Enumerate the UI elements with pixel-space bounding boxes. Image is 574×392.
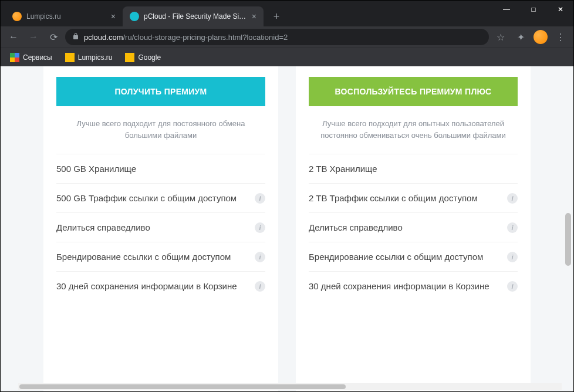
folder-icon <box>65 53 75 62</box>
info-icon[interactable]: i <box>507 222 518 233</box>
feature-row: Делиться справедливо i <box>309 212 518 242</box>
address-bar[interactable]: pcloud.com/ru/cloud-storage-pricing-plan… <box>65 29 489 45</box>
plan-subhead: Лучше всего подходит для постоянного обм… <box>56 118 265 154</box>
bookmark-star-icon[interactable]: ☆ <box>492 29 509 45</box>
close-window-button[interactable]: ✕ <box>547 0 574 19</box>
tab-title: pCloud - File Security Made Simp <box>144 12 247 21</box>
feature-text: 2 TB Траффик ссылки с общим доступом <box>309 192 501 204</box>
bookmark-label: Lumpics.ru <box>78 53 113 62</box>
feature-text: 30 дней сохранения информации в Корзине <box>309 280 501 292</box>
toolbar: ← → ⟳ pcloud.com/ru/cloud-storage-pricin… <box>1 26 573 48</box>
bookmark-label: Google <box>138 53 161 62</box>
feature-text: 30 дней сохранения информации в Корзине <box>56 280 249 292</box>
favicon-icon <box>12 12 22 21</box>
feature-row: Делиться справедливо i <box>56 212 265 242</box>
info-icon[interactable]: i <box>255 281 265 292</box>
feature-text: 500 GB Хранилище <box>56 163 265 175</box>
get-premium-button[interactable]: ПОЛУЧИТЬ ПРЕМИУМ <box>56 77 265 106</box>
info-icon[interactable]: i <box>507 193 518 204</box>
bookmark-lumpics[interactable]: Lumpics.ru <box>60 50 117 65</box>
info-icon[interactable]: i <box>507 281 518 292</box>
info-icon[interactable]: i <box>507 252 518 262</box>
scroll-thumb[interactable] <box>565 213 571 266</box>
bookmark-label: Сервисы <box>23 53 52 62</box>
folder-icon <box>125 53 134 62</box>
titlebar <box>1 1 573 5</box>
feature-row: Брендирование ссылки с общим доступом i <box>56 242 265 271</box>
scroll-thumb[interactable] <box>19 384 346 389</box>
minimize-button[interactable]: — <box>493 0 520 19</box>
feature-text: 2 TB Хранилище <box>309 163 518 175</box>
feature-row: 2 TB Траффик ссылки с общим доступом i <box>309 183 518 212</box>
close-tab-icon[interactable]: × <box>252 12 256 21</box>
lock-icon <box>72 33 79 42</box>
feature-text: 500 GB Траффик ссылки с общим доступом <box>56 192 249 204</box>
pricing-card-premium: ПОЛУЧИТЬ ПРЕМИУМ Лучше всего подходит дл… <box>43 66 278 391</box>
tab-strip: Lumpics.ru × pCloud - File Security Made… <box>1 5 573 26</box>
back-button[interactable]: ← <box>5 29 22 45</box>
feature-text: Делиться справедливо <box>56 221 249 234</box>
favicon-icon <box>130 12 139 21</box>
tab-title: Lumpics.ru <box>26 12 106 21</box>
maximize-button[interactable]: □ <box>520 0 547 19</box>
extensions-icon[interactable]: ✦ <box>512 29 529 45</box>
bookmarks-bar: Сервисы Lumpics.ru Google <box>1 48 573 66</box>
pricing-card-premium-plus: ВОСПОЛЬЗУЙТЕСЬ ПРЕМИУМ ПЛЮС Лучше всего … <box>296 66 531 391</box>
page-content: ПОЛУЧИТЬ ПРЕМИУМ Лучше всего подходит дл… <box>1 66 573 391</box>
bookmark-services[interactable]: Сервисы <box>5 50 57 65</box>
info-icon[interactable]: i <box>255 222 265 233</box>
bookmark-google[interactable]: Google <box>120 50 166 65</box>
feature-row: Брендирование ссылки с общим доступом i <box>309 242 518 271</box>
window-controls: — □ ✕ <box>493 0 574 19</box>
horizontal-scrollbar[interactable] <box>18 383 562 390</box>
info-icon[interactable]: i <box>255 252 265 262</box>
reload-button[interactable]: ⟳ <box>45 29 62 45</box>
feature-row: 2 TB Хранилище <box>309 154 518 183</box>
get-premium-plus-button[interactable]: ВОСПОЛЬЗУЙТЕСЬ ПРЕМИУМ ПЛЮС <box>309 77 518 106</box>
close-tab-icon[interactable]: × <box>111 12 116 21</box>
feature-row: 500 GB Хранилище <box>56 154 265 183</box>
feature-row: 30 дней сохранения информации в Корзине … <box>56 271 265 300</box>
tab-lumpics[interactable]: Lumpics.ru × <box>5 6 123 26</box>
new-tab-button[interactable]: + <box>268 8 285 25</box>
vertical-scrollbar[interactable] <box>564 154 572 391</box>
feature-row: 30 дней сохранения информации в Корзине … <box>309 271 518 300</box>
feature-text: Брендирование ссылки с общим доступом <box>56 251 249 263</box>
url-text: pcloud.com/ru/cloud-storage-pricing-plan… <box>84 33 482 42</box>
feature-text: Делиться справедливо <box>309 221 501 234</box>
feature-text: Брендирование ссылки с общим доступом <box>309 251 501 263</box>
browser-window: — □ ✕ Lumpics.ru × pCloud - File Securit… <box>0 0 574 392</box>
info-icon[interactable]: i <box>255 193 265 204</box>
apps-icon <box>10 53 19 62</box>
profile-avatar[interactable] <box>532 29 549 45</box>
feature-row: 500 GB Траффик ссылки с общим доступом i <box>56 183 265 212</box>
tab-pcloud[interactable]: pCloud - File Security Made Simp × <box>123 6 264 26</box>
menu-icon[interactable]: ⋮ <box>552 29 569 45</box>
forward-button[interactable]: → <box>25 29 42 45</box>
plan-subhead: Лучше всего подходит для опытных пользов… <box>309 118 518 154</box>
